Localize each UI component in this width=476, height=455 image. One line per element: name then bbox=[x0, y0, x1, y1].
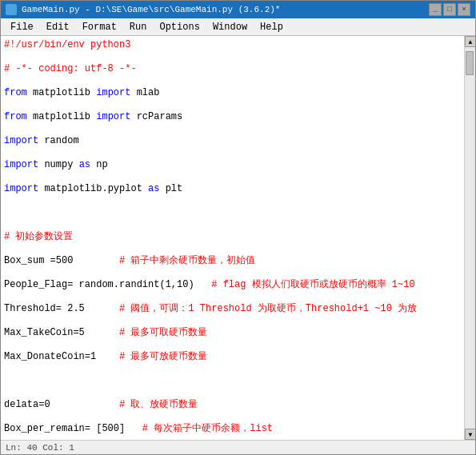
code-line: from matplotlib import rcParams bbox=[4, 111, 461, 123]
code-line bbox=[4, 207, 461, 219]
status-text: Ln: 40 Col: 1 bbox=[6, 443, 74, 453]
menu-window[interactable]: Window bbox=[206, 20, 254, 34]
editor-area: #!/usr/bin/env python3 # -*- coding: utf… bbox=[1, 36, 475, 440]
close-button[interactable]: × bbox=[458, 3, 470, 16]
code-line: import numpy as np bbox=[4, 159, 461, 171]
code-line: Box_per_remain= [500] # 每次箱子中硬币余额，list bbox=[4, 423, 461, 435]
scrollbar-vertical[interactable]: ▲ ▼ bbox=[464, 36, 475, 440]
menu-file[interactable]: File bbox=[4, 20, 40, 34]
code-line: # 初始参数设置 bbox=[4, 231, 461, 243]
minimize-button[interactable]: _ bbox=[429, 3, 442, 16]
scroll-thumb[interactable] bbox=[466, 51, 474, 75]
code-line: import random bbox=[4, 135, 461, 147]
menu-options[interactable]: Options bbox=[153, 20, 206, 34]
scroll-up-button[interactable]: ▲ bbox=[465, 36, 475, 47]
app-icon bbox=[6, 4, 17, 15]
title-bar-left: GameMain.py - D:\SE\Game\src\GameMain.py… bbox=[6, 4, 280, 15]
code-line: from matplotlib import mlab bbox=[4, 87, 461, 99]
title-buttons: _ □ × bbox=[429, 3, 470, 16]
menu-help[interactable]: Help bbox=[254, 20, 290, 34]
maximize-button[interactable]: □ bbox=[443, 3, 456, 16]
code-line bbox=[4, 375, 461, 387]
status-bar: Ln: 40 Col: 1 bbox=[1, 440, 475, 454]
menu-bar: File Edit Format Run Options Window Help bbox=[1, 18, 475, 36]
code-line: Threshold= 2.5 # 阈值，可调：1 Threshold 为取硬币，… bbox=[4, 303, 461, 315]
code-line: Max_DonateCoin=1 # 最多可放硬币数量 bbox=[4, 351, 461, 363]
window-title: GameMain.py - D:\SE\Game\src\GameMain.py… bbox=[22, 5, 280, 14]
code-line: #!/usr/bin/env python3 bbox=[4, 39, 461, 51]
scroll-track[interactable] bbox=[465, 47, 475, 429]
scroll-down-button[interactable]: ▼ bbox=[465, 429, 475, 440]
code-line: People_Flag= random.randint(1,10) # flag… bbox=[4, 279, 461, 291]
title-bar: GameMain.py - D:\SE\Game\src\GameMain.py… bbox=[1, 1, 475, 18]
main-window: GameMain.py - D:\SE\Game\src\GameMain.py… bbox=[0, 0, 476, 455]
code-line: delata=0 # 取、放硬币数量 bbox=[4, 399, 461, 411]
menu-edit[interactable]: Edit bbox=[40, 20, 76, 34]
menu-run[interactable]: Run bbox=[123, 20, 154, 34]
code-line: Max_TakeCoin=5 # 最多可取硬币数量 bbox=[4, 327, 461, 339]
code-line: Box_sum =500 # 箱子中剩余硬币数量，初始值 bbox=[4, 255, 461, 267]
code-editor[interactable]: #!/usr/bin/env python3 # -*- coding: utf… bbox=[1, 36, 464, 440]
code-line: import matplotlib.pyplot as plt bbox=[4, 183, 461, 195]
menu-format[interactable]: Format bbox=[76, 20, 123, 34]
code-line: # -*- coding: utf-8 -*- bbox=[4, 63, 461, 75]
